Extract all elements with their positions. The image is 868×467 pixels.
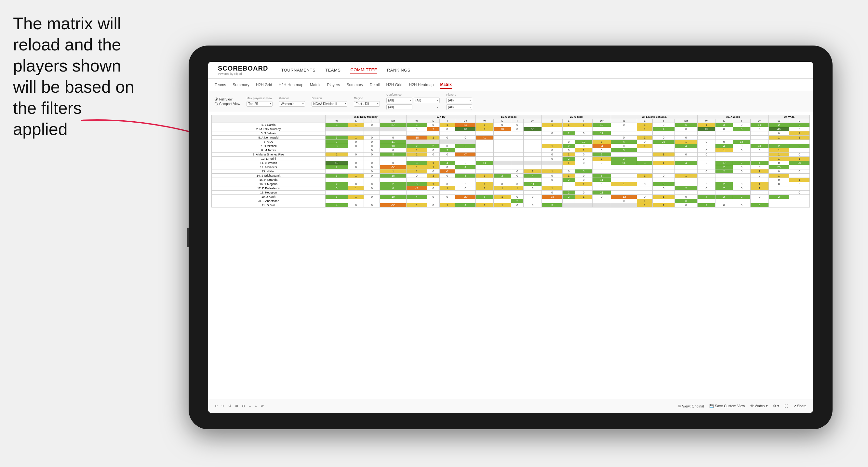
sub-l7: L	[789, 119, 809, 123]
nav-teams[interactable]: TEAMS	[325, 66, 341, 74]
matrix-cell	[637, 186, 652, 191]
matrix-cell: 0	[593, 182, 611, 186]
matrix-cell: 2	[563, 131, 575, 135]
share-btn[interactable]: ↗ Share	[793, 404, 807, 408]
matrix-cell: 3	[326, 123, 348, 127]
matrix-cell	[524, 123, 542, 127]
subnav-h2h-heatmap1[interactable]: H2H Heatmap	[279, 81, 303, 89]
remove-btn[interactable]: ⊖	[242, 404, 245, 408]
subnav-h2h-heatmap2[interactable]: H2H Heatmap	[409, 81, 434, 89]
matrix-cell	[563, 186, 575, 191]
matrix-area[interactable]: 2. M Kelly Mulcahy 6. A Dy 11. G Woods 2…	[208, 112, 813, 399]
matrix-cell: 3	[715, 123, 733, 127]
matrix-cell: 0	[733, 165, 750, 169]
matrix-cell: 1	[542, 144, 563, 148]
nav-committee[interactable]: COMMITTEE	[350, 66, 377, 74]
conference-select2[interactable]: (All)	[414, 98, 440, 103]
nav-rankings[interactable]: RANKINGS	[387, 66, 410, 74]
undo-btn[interactable]: ↩	[215, 404, 218, 408]
matrix-cell	[476, 169, 493, 174]
subnav-summary1[interactable]: Summary	[232, 81, 249, 89]
redo-btn[interactable]: ↪	[221, 404, 224, 408]
matrix-cell: 0	[439, 153, 455, 157]
zoom-in-btn[interactable]: +	[255, 404, 257, 408]
compact-view-option[interactable]: Compact View	[215, 102, 240, 106]
conference-select1[interactable]: (All)	[386, 98, 412, 103]
matrix-cell	[476, 157, 493, 161]
compact-view-radio[interactable]	[215, 102, 218, 105]
matrix-cell: 0	[364, 148, 380, 153]
matrix-cell: 0	[733, 123, 750, 127]
matrix-cell: 4	[652, 127, 675, 131]
subnav-matrix1[interactable]: Matrix	[310, 81, 321, 89]
matrix-cell: 1	[563, 174, 575, 178]
gender-select[interactable]: Women's Men's	[279, 101, 305, 107]
matrix-cell: 0	[675, 135, 698, 140]
matrix-cell	[524, 140, 542, 144]
player-row-label: 18. Hodgson	[212, 191, 326, 195]
sub-d5: Dif	[675, 119, 698, 123]
zoom-out-btn[interactable]: −	[249, 404, 251, 408]
division-select[interactable]: NCAA Division II	[312, 101, 347, 107]
region-select[interactable]: East - DII	[354, 101, 380, 107]
matrix-cell: -15	[406, 135, 427, 140]
full-view-option[interactable]: Full View	[215, 98, 240, 101]
matrix-cell: 0	[733, 186, 750, 191]
matrix-cell	[476, 140, 493, 144]
matrix-cell: 0	[348, 165, 364, 169]
subnav-teams[interactable]: Teams	[215, 81, 226, 89]
subnav-detail[interactable]: Detail	[370, 81, 380, 89]
add-btn[interactable]: ⊕	[235, 404, 238, 408]
conference-select3[interactable]: (All)	[386, 104, 412, 110]
matrix-cell	[698, 191, 715, 195]
matrix-cell: 1	[542, 123, 563, 127]
matrix-cell: 0	[542, 178, 563, 182]
matrix-cell	[733, 174, 750, 178]
matrix-cell	[698, 135, 715, 140]
matrix-cell	[380, 127, 406, 131]
matrix-cell: 0	[698, 144, 715, 148]
matrix-cell: 1	[406, 148, 427, 153]
players-select1[interactable]: (All)	[446, 98, 472, 103]
watch-btn[interactable]: 👁 Watch ▾	[750, 404, 768, 408]
matrix-cell	[563, 127, 575, 131]
subnav-players[interactable]: Players	[327, 81, 340, 89]
matrix-cell	[326, 157, 348, 161]
matrix-cell	[524, 157, 542, 161]
matrix-cell	[769, 186, 789, 191]
matrix-cell	[348, 127, 364, 131]
nav-items: TOURNAMENTS TEAMS COMMITTEE RANKINGS	[281, 66, 410, 74]
matrix-cell: 5	[380, 153, 406, 157]
matrix-cell: 0	[542, 157, 563, 161]
matrix-cell: 1	[493, 186, 511, 191]
matrix-cell: 0	[769, 178, 789, 182]
matrix-cell	[493, 165, 511, 169]
view-original-btn[interactable]: 👁 View: Original	[677, 404, 704, 408]
matrix-cell: 1	[348, 123, 364, 127]
max-players-select[interactable]: Top 25 Top 10 Top 50	[247, 101, 273, 107]
nav-tournaments[interactable]: TOURNAMENTS	[281, 66, 315, 74]
matrix-cell: 3	[326, 135, 348, 140]
reset-btn[interactable]: ⟳	[261, 404, 264, 408]
subnav-h2h-grid2[interactable]: H2H Grid	[386, 81, 402, 89]
refresh-btn[interactable]: ↺	[228, 404, 231, 408]
subnav-summary2[interactable]: Summary	[346, 81, 363, 89]
subnav-h2h-grid1[interactable]: H2H Grid	[256, 81, 272, 89]
players-select2[interactable]: (All)	[446, 104, 472, 110]
fullscreen-btn[interactable]: ⛶	[784, 404, 788, 408]
matrix-cell: 4	[326, 203, 348, 208]
matrix-cell	[455, 148, 476, 153]
subnav-matrix2[interactable]: Matrix	[440, 81, 452, 89]
matrix-cell: 0	[698, 153, 715, 157]
matrix-cell: 0	[427, 123, 439, 127]
matrix-cell: 0	[733, 169, 750, 174]
full-view-radio[interactable]	[215, 98, 218, 101]
matrix-cell: 1	[542, 186, 563, 191]
matrix-cell	[698, 174, 715, 178]
matrix-cell	[511, 153, 523, 157]
save-custom-view-btn[interactable]: 💾 Save Custom View	[709, 404, 745, 408]
matrix-cell: 1	[652, 161, 675, 165]
matrix-cell	[455, 157, 476, 161]
matrix-cell	[348, 131, 364, 135]
options-btn[interactable]: ⚙ ▾	[773, 404, 779, 408]
